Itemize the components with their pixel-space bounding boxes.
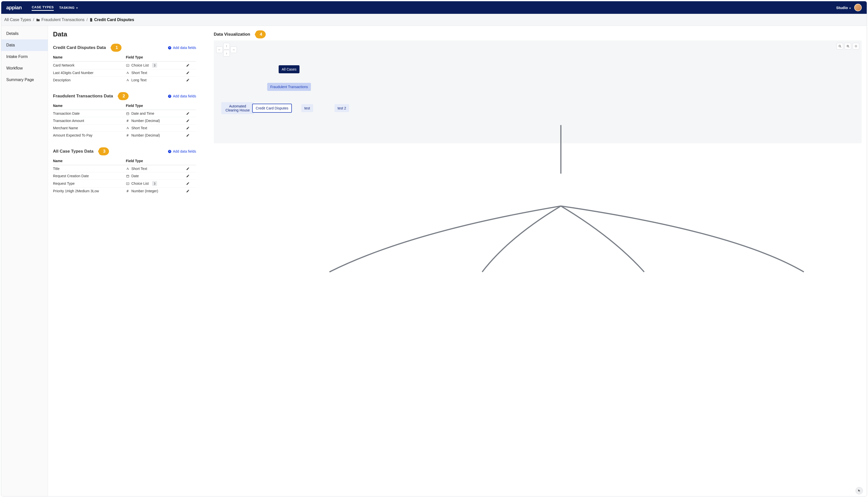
tree-graph[interactable]: All Cases Fraudulent Transactions Automa… xyxy=(214,58,862,143)
add-data-fields-link[interactable]: + Add data fields xyxy=(168,46,196,50)
help-fab[interactable] xyxy=(855,487,863,495)
field-name: Request Type xyxy=(53,180,126,187)
field-type: Short Text xyxy=(131,167,147,171)
nav-tab-label: CASE TYPES xyxy=(31,5,53,9)
add-link-label: Add data fields xyxy=(173,149,196,153)
field-type: Long Text xyxy=(131,78,146,82)
edit-field-button[interactable] xyxy=(186,187,196,195)
breadcrumb: All Case Types / Fraudulent Transactions… xyxy=(1,14,867,26)
edit-icon xyxy=(186,112,196,115)
studio-menu[interactable]: Studio ▾ xyxy=(836,5,851,10)
sidebar: Details Data Intake Form Workflow Summar… xyxy=(1,26,48,496)
tree-node-leaf-2[interactable]: test xyxy=(301,104,313,112)
col-name-header: Name xyxy=(53,53,126,62)
table-row: Merchant Name A Short Text xyxy=(53,124,196,132)
edit-icon xyxy=(186,167,196,170)
pan-down-button[interactable]: ↓ xyxy=(223,50,230,56)
callout-badge-2: 2 xyxy=(118,92,129,100)
add-data-fields-link[interactable]: + Add data fields xyxy=(168,149,196,153)
field-type: Short Text xyxy=(131,71,147,75)
breadcrumb-separator: / xyxy=(87,17,88,22)
sidebar-item-data[interactable]: Data xyxy=(1,39,48,51)
chevron-down-icon: ▾ xyxy=(76,6,78,9)
table-row: Priority 1High 2Medium 3Low # Number (In… xyxy=(53,187,196,195)
edit-icon xyxy=(186,78,196,82)
edit-field-button[interactable] xyxy=(186,165,196,172)
int-type-icon: # xyxy=(126,189,129,193)
breadcrumb-root[interactable]: All Case Types xyxy=(4,17,31,22)
plus-circle-icon: + xyxy=(168,95,171,98)
pan-up-button[interactable]: ↑ xyxy=(223,43,230,50)
edit-field-button[interactable] xyxy=(186,62,196,69)
pan-left-button[interactable]: ← xyxy=(216,47,223,53)
edit-icon xyxy=(186,174,196,178)
add-link-label: Add data fields xyxy=(173,46,196,50)
callout-badge-1: 1 xyxy=(111,44,121,52)
tree-node-leaf-3[interactable]: test 2 xyxy=(335,104,349,112)
edit-field-button[interactable] xyxy=(186,180,196,187)
viz-panel: ↑ ← → ↓ xyxy=(214,40,862,143)
tree-node-mid[interactable]: Fraudulent Transactions xyxy=(267,83,311,91)
number-type-icon: # xyxy=(126,119,129,122)
field-name: Transaction Amount xyxy=(53,117,126,124)
edit-field-button[interactable] xyxy=(186,110,196,117)
table-row: Last 4Digits Card Number A Short Text xyxy=(53,69,196,77)
table-row: Transaction Amount # Number (Decimal) xyxy=(53,117,196,124)
col-name-header: Name xyxy=(53,102,126,110)
choice-count-badge: 3 xyxy=(152,63,157,67)
section-title: Credit Card Disputes Data xyxy=(53,45,106,50)
edit-icon xyxy=(186,189,196,193)
nav-tab-case-types[interactable]: CASE TYPES xyxy=(31,4,53,11)
arrow-left-icon: ← xyxy=(218,48,221,51)
short-type-icon: A xyxy=(126,167,129,170)
field-name: Description xyxy=(53,77,126,84)
edit-field-button[interactable] xyxy=(186,132,196,139)
section-title: Fraudulent Transactions Data xyxy=(53,94,113,99)
breadcrumb-folder[interactable]: Fraudulent Transactions xyxy=(41,17,85,22)
col-type-header: Field Type xyxy=(126,157,186,165)
date-type-icon xyxy=(126,174,129,178)
field-name: Title xyxy=(53,165,126,172)
edit-field-button[interactable] xyxy=(186,77,196,84)
field-name: Amount Expected To Pay xyxy=(53,132,126,139)
field-type: Date xyxy=(131,174,139,178)
fit-button[interactable] xyxy=(853,43,859,50)
nav-tabs: CASE TYPES TASKING ▾ xyxy=(31,4,78,11)
add-data-fields-link[interactable]: + Add data fields xyxy=(168,94,196,98)
sidebar-item-workflow[interactable]: Workflow xyxy=(1,63,48,74)
col-type-header: Field Type xyxy=(126,102,186,110)
folder-icon xyxy=(36,18,40,22)
add-link-label: Add data fields xyxy=(173,94,196,98)
col-type-header: Field Type xyxy=(126,53,186,62)
sidebar-item-intake-form[interactable]: Intake Form xyxy=(1,51,48,63)
edit-field-button[interactable] xyxy=(186,69,196,77)
viz-toolbar: ↑ ← → ↓ xyxy=(214,40,862,55)
zoom-out-button[interactable] xyxy=(837,43,843,50)
table-row: Request Creation Date Date xyxy=(53,172,196,180)
tree-node-root[interactable]: All Cases xyxy=(278,65,299,73)
pan-right-button[interactable]: → xyxy=(230,47,237,53)
plus-circle-icon: + xyxy=(168,46,171,50)
sidebar-item-details[interactable]: Details xyxy=(1,28,48,39)
sidebar-item-summary-page[interactable]: Summary Page xyxy=(1,74,48,86)
edit-field-button[interactable] xyxy=(186,117,196,124)
callout-badge-3: 3 xyxy=(98,147,109,155)
edit-field-button[interactable] xyxy=(186,172,196,180)
pan-controls: ↑ ← → ↓ xyxy=(216,43,231,55)
short-type-icon: A xyxy=(126,126,129,130)
field-type: Short Text xyxy=(131,126,147,130)
edit-icon xyxy=(186,126,196,130)
edit-icon xyxy=(186,182,196,185)
field-type: Number (Integer) xyxy=(131,189,158,193)
user-avatar[interactable] xyxy=(854,4,862,11)
edit-icon xyxy=(186,133,196,137)
edit-field-button[interactable] xyxy=(186,124,196,132)
nav-right: Studio ▾ xyxy=(836,4,862,11)
tree-node-leaf-1[interactable]: Credit Card Disputes xyxy=(252,104,292,113)
edit-icon xyxy=(186,64,196,67)
zoom-in-button[interactable] xyxy=(845,43,851,50)
arrow-down-icon: ↓ xyxy=(226,51,227,55)
nav-tab-tasking[interactable]: TASKING ▾ xyxy=(59,5,78,11)
fields-table: Name Field Type Transaction Date Date an… xyxy=(53,102,196,139)
tree-node-leaf-0[interactable]: Automated Clearing House xyxy=(221,102,254,114)
